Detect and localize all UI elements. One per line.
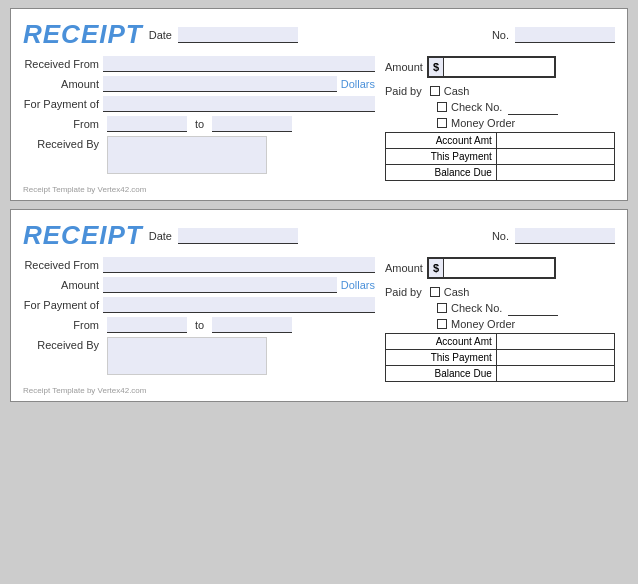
from-to-row-2: From to (23, 317, 375, 333)
from-label-2: From (23, 319, 103, 331)
received-from-label-2: Received From (23, 259, 103, 271)
received-from-label-1: Received From (23, 58, 103, 70)
from-input-2[interactable] (107, 317, 187, 333)
check-checkbox-1[interactable] (437, 102, 447, 112)
receipt-card-2: RECEIPT Date No. Received From Amount Do… (10, 209, 628, 402)
amount-dollar-input-2[interactable] (444, 259, 554, 277)
account-amt-input-1[interactable] (501, 135, 610, 146)
dollars-label-2: Dollars (341, 279, 375, 291)
for-payment-input-2[interactable] (103, 297, 375, 313)
watermark-1: Receipt Template by Vertex42.com (23, 185, 615, 194)
right-col-1: Amount $ Paid by Cash Check No. (385, 56, 615, 181)
for-payment-row-1: For Payment of (23, 96, 375, 112)
amount-dollar-input-1[interactable] (444, 58, 554, 76)
to-label-1: to (195, 118, 204, 130)
check-no-input-2[interactable] (508, 300, 558, 316)
no-input-2[interactable] (515, 228, 615, 244)
to-input-1[interactable] (212, 116, 292, 132)
check-checkbox-2[interactable] (437, 303, 447, 313)
account-amt-row-2: Account Amt (386, 334, 615, 350)
paid-by-check-row-1: Check No. (385, 99, 615, 115)
no-input-1[interactable] (515, 27, 615, 43)
account-amt-input-2[interactable] (501, 336, 610, 347)
balance-due-row-2: Balance Due (386, 366, 615, 382)
paid-by-check-row-2: Check No. (385, 300, 615, 316)
title-date-section: RECEIPT Date (23, 19, 298, 50)
account-amt-label-cell-2: Account Amt (386, 334, 497, 350)
account-amt-value-2[interactable] (496, 334, 614, 350)
no-section-1: No. (492, 27, 615, 43)
no-section-2: No. (492, 228, 615, 244)
balance-due-row-1: Balance Due (386, 165, 615, 181)
right-col-2: Amount $ Paid by Cash Check No. (385, 257, 615, 382)
this-payment-label-cell-1: This Payment (386, 149, 497, 165)
to-input-2[interactable] (212, 317, 292, 333)
receipt-header-2: RECEIPT Date No. (23, 220, 615, 251)
received-from-input-2[interactable] (103, 257, 375, 273)
paid-by-cash-row-2: Paid by Cash (385, 286, 615, 298)
receipt-title-1: RECEIPT (23, 19, 143, 50)
paid-by-section-2: Paid by Cash Check No. Money Order (385, 286, 615, 330)
balance-due-label-cell-2: Balance Due (386, 366, 497, 382)
amount-right-label-1: Amount (385, 61, 423, 73)
from-input-1[interactable] (107, 116, 187, 132)
account-amt-label-cell-1: Account Amt (386, 133, 497, 149)
paid-by-label-2: Paid by (385, 286, 422, 298)
receipt-main-2: Received From Amount Dollars For Payment… (23, 257, 615, 382)
amount-dollar-box-2: $ (427, 257, 556, 279)
amount-box-row-1: Amount $ (385, 56, 615, 78)
check-no-label-2: Check No. (451, 302, 502, 314)
this-payment-value-1[interactable] (496, 149, 614, 165)
amount-box-row-2: Amount $ (385, 257, 615, 279)
this-payment-value-2[interactable] (496, 350, 614, 366)
from-label-1: From (23, 118, 103, 130)
balance-due-value-1[interactable] (496, 165, 614, 181)
account-table-2: Account Amt This Payment Balance Due (385, 333, 615, 382)
cash-label-2: Cash (444, 286, 470, 298)
for-payment-row-2: For Payment of (23, 297, 375, 313)
from-to-row-1: From to (23, 116, 375, 132)
received-by-label-1: Received By (23, 136, 103, 150)
received-from-input-1[interactable] (103, 56, 375, 72)
amount-text-input-2[interactable] (103, 277, 337, 293)
amount-label-text-2: Amount (23, 279, 103, 291)
cash-checkbox-1[interactable] (430, 86, 440, 96)
this-payment-input-2[interactable] (501, 352, 610, 363)
money-order-checkbox-1[interactable] (437, 118, 447, 128)
balance-due-value-2[interactable] (496, 366, 614, 382)
dollar-sign-1: $ (429, 58, 444, 76)
date-input-1[interactable] (178, 27, 298, 43)
this-payment-row-2: This Payment (386, 350, 615, 366)
money-order-checkbox-2[interactable] (437, 319, 447, 329)
receipt-main-1: Received From Amount Dollars For Payment… (23, 56, 615, 181)
no-label-2: No. (492, 230, 509, 242)
for-payment-label-1: For Payment of (23, 98, 103, 110)
amount-text-input-1[interactable] (103, 76, 337, 92)
paid-by-cash-row-1: Paid by Cash (385, 85, 615, 97)
balance-due-input-1[interactable] (501, 167, 610, 178)
cash-checkbox-2[interactable] (430, 287, 440, 297)
date-label-1: Date (149, 29, 172, 41)
amount-text-row-1: Amount Dollars (23, 76, 375, 92)
title-date-section-2: RECEIPT Date (23, 220, 298, 251)
received-by-box-1 (107, 136, 267, 174)
this-payment-input-1[interactable] (501, 151, 610, 162)
for-payment-input-1[interactable] (103, 96, 375, 112)
received-by-box-2 (107, 337, 267, 375)
paid-by-money-row-2: Money Order (385, 318, 615, 330)
dollar-sign-2: $ (429, 259, 444, 277)
watermark-2: Receipt Template by Vertex42.com (23, 386, 615, 395)
paid-by-label-1: Paid by (385, 85, 422, 97)
account-amt-row-1: Account Amt (386, 133, 615, 149)
paid-by-section-1: Paid by Cash Check No. Money Order (385, 85, 615, 129)
check-no-input-1[interactable] (508, 99, 558, 115)
balance-due-input-2[interactable] (501, 368, 610, 379)
account-amt-value-1[interactable] (496, 133, 614, 149)
date-input-2[interactable] (178, 228, 298, 244)
cash-label-1: Cash (444, 85, 470, 97)
this-payment-label-cell-2: This Payment (386, 350, 497, 366)
left-col-1: Received From Amount Dollars For Payment… (23, 56, 385, 181)
left-col-2: Received From Amount Dollars For Payment… (23, 257, 385, 382)
to-label-2: to (195, 319, 204, 331)
received-by-section-1: Received By (23, 136, 375, 174)
